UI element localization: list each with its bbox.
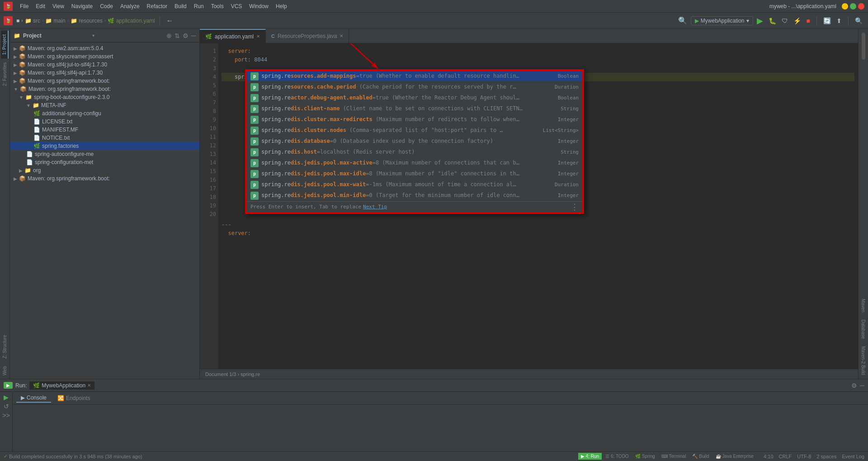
menu-window[interactable]: Window [245,2,272,10]
menu-code[interactable]: Code [96,2,117,10]
tree-item[interactable]: ▶ 📦 Maven: org.slf4j:jul-to-slf4j:1.7.30 [10,61,199,69]
breadcrumb-springboot1[interactable]: ■ [16,18,19,24]
tree-item[interactable]: ▶ 📦 Maven: org.ow2.asm:asm:5.0.4 [10,44,199,52]
vcs-update-button[interactable]: 🔄 [821,16,833,25]
run-tab[interactable]: 🌿 MywebApplication ✕ [29,381,94,390]
menu-build[interactable]: Build [171,2,190,10]
run-config-selector[interactable]: ▶ MywebApplication ▾ [691,16,753,25]
breadcrumb-main[interactable]: 📁 main [45,18,65,24]
tree-item[interactable]: ▶ 📁 org [10,166,199,174]
menu-tools[interactable]: Tools [208,2,227,10]
back-button[interactable]: ← [165,16,175,26]
sidebar-tab-maven[interactable]: Maven [860,295,867,316]
event-log[interactable]: Event Log [842,454,864,459]
bottom-more-button[interactable]: >> [2,412,9,419]
breadcrumb-resources[interactable]: 📁 resources [71,18,103,24]
vcs-commit-button[interactable]: ⬆ [835,16,844,25]
tab-application-yaml[interactable]: 🌿 application.yaml ✕ [200,29,266,43]
run-play-button[interactable]: ▶ [4,382,13,389]
tree-item[interactable]: ▼ 📁 META-INF [10,101,199,109]
bottom-tab-console[interactable]: ▶ Console [16,394,51,403]
tree-item[interactable]: ▼ 📁 spring-boot-autoconfigure-2.3.0 [10,93,199,101]
bottom-restart-button[interactable]: ↺ [4,403,9,410]
ac-item-0[interactable]: p spring.resources.add-mappings=true (Wh… [247,71,582,82]
menu-analyze[interactable]: Analyze [117,2,143,10]
menu-view[interactable]: View [49,2,68,10]
run-button[interactable]: ▶ [755,15,765,27]
menu-file[interactable]: File [16,2,32,10]
stop-button[interactable]: ■ [805,16,812,25]
status-terminal-tab[interactable]: ⌨ Terminal [659,453,689,460]
run-tab-close[interactable]: ✕ [87,383,91,388]
profile-button[interactable]: ⚡ [792,16,803,25]
bottom-minimize-icon[interactable]: ─ [860,382,864,389]
project-panel-minimize[interactable]: ─ [191,32,196,39]
encoding[interactable]: UTF-8 [797,454,811,459]
menu-refactor[interactable]: Refactor [143,2,171,10]
status-todo-tab[interactable]: ☰ 6: TODO [603,453,632,460]
sidebar-tab-web[interactable]: Web [1,362,8,379]
menu-vcs[interactable]: VCS [227,2,246,10]
ac-item-1[interactable]: p spring.resources.cache.period (Cache p… [247,82,582,93]
ac-next-tip[interactable]: Next Tip [363,202,387,211]
maximize-button[interactable]: □ [850,3,856,9]
sidebar-tab-maven2[interactable]: Maven-2 Build [860,343,867,379]
ac-item-4[interactable]: p spring.redis.cluster.max-redirects (Ma… [247,114,582,125]
search-everywhere-button[interactable]: 🔍 [676,15,689,26]
menu-help[interactable]: Help [272,2,291,10]
ac-item-6[interactable]: p spring.redis.database=0 (Database inde… [247,136,582,147]
project-panel-settings[interactable]: ⚙ [183,32,189,39]
ac-more-dots[interactable]: ⋮ [571,202,579,211]
settings-button[interactable]: 🔍 [853,16,864,25]
tab-close-java[interactable]: ✕ [340,33,343,38]
menu-navigate[interactable]: Navigate [68,2,96,10]
bottom-run-button[interactable]: ▶ [4,394,9,401]
tree-item[interactable]: ▶ 📦 Maven: org.springframework.boot: [10,174,199,183]
ac-item-2[interactable]: p spring.reactor.debug-agent.enabled=tru… [247,93,582,103]
sidebar-tab-structure[interactable]: Z: Structure [1,331,8,362]
ac-item-3[interactable]: p spring.redis.client-name (Client name … [247,103,582,114]
status-enterprise-tab[interactable]: ☕ Java Enterprise [713,453,756,460]
tree-item[interactable]: 📄 NOTICE.txt [10,134,199,142]
indent-setting[interactable]: 2 spaces [816,454,836,459]
ac-item-8[interactable]: p spring.redis.jedis.pool.max-active=8 (… [247,158,582,169]
tree-item-spring-factories[interactable]: 🌿 spring.factories [10,142,199,150]
bottom-tab-endpoints[interactable]: 🔀 Endpoints [53,394,94,402]
tree-item[interactable]: 📄 spring-autoconfigure-me [10,150,199,158]
code-editor[interactable]: server: port: 8044 spring.re [218,43,858,369]
ac-item-11[interactable]: p spring.redis.jedis.pool.min-idle=0 (Ta… [247,190,582,201]
tree-item[interactable]: 📄 LICENSE.txt [10,118,199,126]
minimize-button[interactable]: ─ [842,3,848,9]
ac-item-7[interactable]: p spring.redis.host=localhost (Redis ser… [247,147,582,158]
close-button[interactable]: ✕ [858,3,864,9]
editor-scrollbar-handle[interactable] [862,33,865,60]
breadcrumb-src[interactable]: 📁 src [25,18,40,24]
tree-item[interactable]: ▼ 📦 Maven: org.springframework.boot: [10,85,199,93]
sidebar-tab-favorites[interactable]: 2: Favorites [1,59,8,89]
ac-item-5[interactable]: p spring.redis.cluster.nodes (Comma-sepa… [247,125,582,136]
tree-item[interactable]: 📄 spring-configuration-met [10,158,199,166]
coverage-button[interactable]: 🛡 [780,16,790,25]
menu-edit[interactable]: Edit [32,2,49,10]
project-panel-dropdown[interactable]: ▾ [92,33,94,38]
ac-item-9[interactable]: p spring.redis.jedis.pool.max-idle=8 (Ma… [247,169,582,179]
tree-item[interactable]: ▶ 📦 Maven: org.skyscreamer:jsonassert [10,52,199,61]
line-separator[interactable]: CRLF [779,454,792,459]
debug-button[interactable]: 🐛 [767,16,778,25]
tab-close-yaml[interactable]: ✕ [256,34,260,39]
menu-run[interactable]: Run [190,2,208,10]
tree-item[interactable]: ▶ 📦 Maven: org.springframework.boot: [10,77,199,85]
sidebar-tab-database[interactable]: Database [860,316,867,343]
bottom-settings-icon[interactable]: ⚙ [851,382,857,389]
status-spring-tab[interactable]: 🌿 Spring [632,453,658,460]
status-run-tab[interactable]: ▶ 4: Run [578,453,602,460]
project-panel-collapse[interactable]: ⇅ [175,32,180,39]
ac-item-10[interactable]: p spring.redis.jedis.pool.max-wait=-1ms … [247,179,582,190]
tab-resource-properties[interactable]: C ResourceProperties.java ✕ [266,29,349,43]
sidebar-tab-project[interactable]: 1: Project [1,31,9,59]
cursor-position[interactable]: 4:10 [764,454,773,459]
tree-item[interactable]: ▶ 📦 Maven: org.slf4j:slf4j-api:1.7.30 [10,69,199,77]
tree-item[interactable]: 🌿 additional-spring-configu [10,109,199,118]
status-build-tab[interactable]: 🔨 Build [689,453,712,460]
breadcrumb-file[interactable]: 🌿 application.yaml [108,18,155,24]
